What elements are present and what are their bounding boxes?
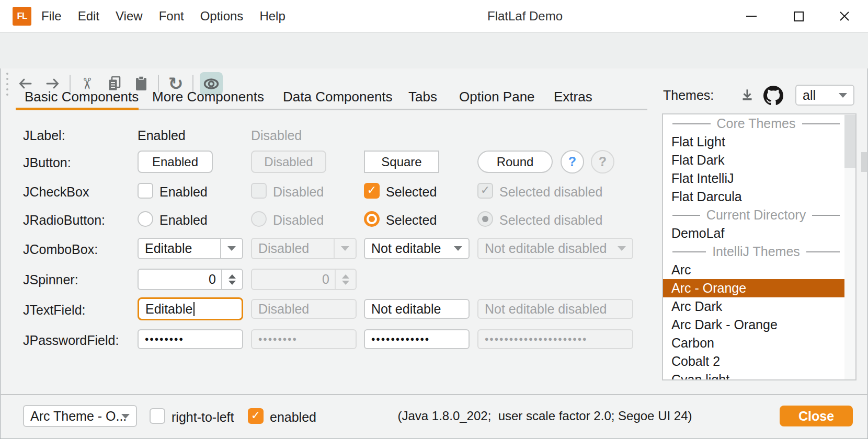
menu-options[interactable]: Options <box>200 9 244 24</box>
textfield-not-editable-disabled-value: Not editable disabled <box>485 302 607 317</box>
themes-label: Themes: <box>663 88 714 103</box>
checkbox-disabled <box>251 183 267 199</box>
combobox-not-editable-disabled: Not editable disabled <box>477 238 633 259</box>
theme-combobox[interactable]: Arc Theme - O... <box>23 405 137 427</box>
theme-item-demolaf[interactable]: DemoLaf <box>663 224 855 242</box>
password-dots: •••••••• <box>258 333 298 345</box>
scrollbar-thumb[interactable] <box>844 115 855 168</box>
close-button[interactable]: Close <box>780 406 853 426</box>
download-icon <box>739 87 756 104</box>
menu-file[interactable]: File <box>41 9 62 24</box>
theme-item-arc[interactable]: Arc <box>663 261 855 279</box>
radio-selected-label: Selected <box>386 212 437 228</box>
enabled-label: enabled <box>270 409 316 425</box>
tab-extras[interactable]: Extras <box>554 89 592 105</box>
menu-font[interactable]: Font <box>159 9 184 24</box>
checkbox-disabled-label: Disabled <box>273 184 324 200</box>
passwordfield-not-editable-disabled: ••••••••••••••••••••• <box>477 329 633 349</box>
theme-item-carbon[interactable]: Carbon <box>663 334 855 352</box>
spinner-buttons <box>335 270 356 289</box>
square-button[interactable]: Square <box>364 151 439 173</box>
theme-item-flat-light[interactable]: Flat Light <box>663 133 855 151</box>
download-themes-button[interactable] <box>737 86 757 106</box>
jlabel-disabled: Disabled <box>251 128 302 143</box>
enabled-button[interactable]: Enabled <box>138 151 213 173</box>
combobox-arrow-button <box>334 239 356 258</box>
minimize-button[interactable] <box>736 0 767 32</box>
spinner-disabled: 0 <box>251 269 357 290</box>
help-button[interactable]: ? <box>561 150 584 174</box>
textfield-disabled-value: Disabled <box>258 302 309 317</box>
tab-data-components[interactable]: Data Components <box>283 89 393 105</box>
checkbox-selected[interactable] <box>364 183 380 199</box>
window-scrollbar-thumb[interactable] <box>861 152 867 172</box>
radio-enabled-label: Enabled <box>159 212 208 228</box>
theme-item-flat-darcula[interactable]: Flat Darcula <box>663 188 855 206</box>
combobox-arrow-button[interactable] <box>115 406 136 426</box>
combobox-disabled-value: Disabled <box>258 241 309 256</box>
theme-item-cobalt-2[interactable]: Cobalt 2 <box>663 352 855 371</box>
tab-more-components[interactable]: More Components <box>152 89 264 105</box>
theme-item-flat-dark[interactable]: Flat Dark <box>663 151 855 169</box>
combobox-not-editable[interactable]: Not editable <box>364 238 470 259</box>
passwordfield-editable[interactable]: •••••••• <box>138 329 243 349</box>
passwordfield-not-editable[interactable]: •••••••••••• <box>364 329 470 349</box>
themes-separator-current-directory: Current Directory <box>663 206 855 224</box>
menu-view[interactable]: View <box>116 9 143 24</box>
combobox-arrow-button[interactable] <box>832 86 853 105</box>
tab-tabs[interactable]: Tabs <box>408 89 437 105</box>
radio-selected[interactable] <box>364 211 380 227</box>
jlabel-enabled: Enabled <box>138 128 186 143</box>
right-to-left-checkbox[interactable] <box>150 408 165 424</box>
textfield-editable[interactable]: Editable <box>138 297 243 320</box>
spinner-enabled[interactable]: 0 <box>138 269 243 290</box>
minimize-icon <box>746 16 757 17</box>
enabled-checkbox[interactable] <box>248 408 264 424</box>
spinner-buttons[interactable] <box>221 270 242 289</box>
menu-help[interactable]: Help <box>259 9 285 24</box>
eye-icon <box>203 78 220 90</box>
textfield-editable-value: Editable <box>145 302 192 317</box>
password-dots: •••••••••••• <box>371 333 430 345</box>
textfield-not-editable[interactable]: Not editable <box>364 299 470 319</box>
toolbar-grip-handle[interactable] <box>6 73 8 96</box>
themes-separator-core: Core Themes <box>663 114 855 133</box>
checkbox-selected-label: Selected <box>386 184 437 200</box>
maximize-button[interactable] <box>783 0 814 32</box>
combobox-editable[interactable]: Editable <box>138 238 243 259</box>
maximize-icon <box>794 11 804 21</box>
jbutton-row-label: JButton: <box>23 155 71 170</box>
app-logo-icon: FL <box>13 7 31 26</box>
menubar: File Edit View Font Options Help <box>41 0 285 32</box>
chevron-down-icon <box>227 246 236 251</box>
github-button[interactable] <box>762 85 784 107</box>
combobox-editable-value: Editable <box>145 241 192 256</box>
textfield-not-editable-value: Not editable <box>371 302 441 317</box>
close-window-button[interactable] <box>829 0 860 32</box>
spinner-down-icon <box>229 281 236 285</box>
theme-item-arc-dark-orange[interactable]: Arc Dark - Orange <box>663 316 855 334</box>
disabled-button: Disabled <box>251 151 326 173</box>
theme-item-flat-intellij[interactable]: Flat IntelliJ <box>663 169 855 188</box>
window-title: FlatLaf Demo <box>487 0 563 32</box>
themes-list-scrollbar[interactable] <box>844 114 855 379</box>
github-icon <box>763 86 783 106</box>
combobox-arrow-button[interactable] <box>448 239 469 258</box>
close-icon <box>838 10 851 22</box>
spinner-down-icon <box>342 281 349 285</box>
menu-edit[interactable]: Edit <box>78 9 99 24</box>
theme-item-arc-orange-selected[interactable]: Arc - Orange <box>663 279 855 297</box>
combobox-arrow-button[interactable] <box>220 239 242 258</box>
checkbox-enabled-label: Enabled <box>159 184 208 200</box>
checkbox-enabled[interactable] <box>138 183 153 199</box>
themes-filter-combobox[interactable]: all <box>795 85 854 106</box>
tab-basic-components[interactable]: Basic Components <box>25 89 139 105</box>
radio-enabled[interactable] <box>138 211 153 227</box>
round-button[interactable]: Round <box>477 151 553 173</box>
tab-option-pane[interactable]: Option Pane <box>459 89 535 105</box>
themes-filter-value: all <box>803 88 816 103</box>
jcombobox-row-label: JComboBox: <box>23 241 98 257</box>
spinner-disabled-value: 0 <box>322 272 329 287</box>
theme-item-arc-dark[interactable]: Arc Dark <box>663 297 855 316</box>
theme-item-cyan-light[interactable]: Cyan light <box>663 371 855 380</box>
